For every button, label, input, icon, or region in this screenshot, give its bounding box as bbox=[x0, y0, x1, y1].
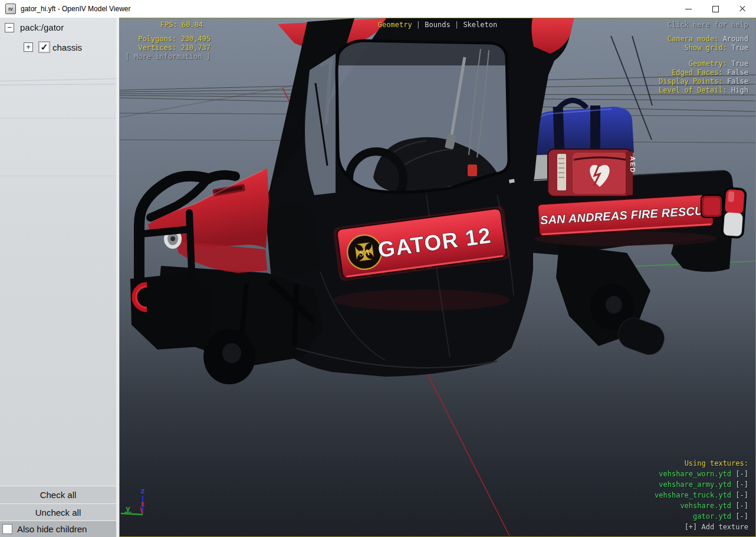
texture-row: vehshare_worn.ytd [-] bbox=[655, 469, 748, 479]
remove-texture-button[interactable]: [-] bbox=[735, 491, 748, 499]
tab-separator: | bbox=[416, 21, 420, 29]
add-texture-button[interactable]: [+] Add texture bbox=[655, 522, 748, 532]
remove-texture-button[interactable]: [-] bbox=[735, 502, 748, 510]
aed-side-label: AED bbox=[629, 156, 636, 173]
window-controls bbox=[675, 0, 756, 18]
texture-row: vehshare.ytd [-] bbox=[655, 500, 748, 511]
also-hide-children-row: Also hide children bbox=[0, 520, 116, 537]
also-hide-children-checkbox[interactable] bbox=[2, 524, 12, 534]
check-all-button[interactable]: Check all bbox=[0, 486, 116, 504]
decal-glow bbox=[333, 289, 510, 311]
grid-bleed-line bbox=[0, 118, 119, 118]
tab-bounds[interactable]: Bounds bbox=[425, 21, 450, 29]
close-button[interactable] bbox=[729, 0, 756, 18]
axis-y-label: y bbox=[126, 504, 130, 513]
tree-chassis-label[interactable]: chassis bbox=[52, 42, 82, 52]
also-hide-children-label: Also hide children bbox=[17, 524, 87, 534]
setting-display-points[interactable]: Display Points: False bbox=[659, 77, 748, 86]
grid-bleed-line bbox=[0, 78, 119, 81]
axis-y-line bbox=[121, 513, 143, 515]
axis-x-label: x bbox=[140, 500, 144, 508]
axis-z-label: z bbox=[140, 486, 145, 495]
cab-ceiling-shadow bbox=[337, 41, 509, 65]
axis-gizmo: z x y bbox=[120, 478, 167, 525]
chassis-checkbox[interactable]: ✓ bbox=[38, 41, 50, 53]
tree-node-root: − pack:/gator bbox=[5, 22, 64, 32]
minimize-icon bbox=[685, 9, 692, 9]
setting-camera-mode[interactable]: Camera mode: Around bbox=[659, 35, 748, 44]
settings-overlay: Click here for help Camera mode: Around … bbox=[659, 21, 748, 95]
badge-initials: SA bbox=[359, 248, 370, 258]
app-icon: IV bbox=[5, 4, 16, 14]
vertex-count: Vertices: 210,737 bbox=[124, 44, 211, 52]
close-icon bbox=[739, 5, 746, 12]
tail-light-inner bbox=[701, 195, 722, 218]
tab-skeleton[interactable]: Skeleton bbox=[463, 21, 497, 29]
texture-name: vehshare_worn.ytd bbox=[659, 470, 731, 478]
textures-title: Using textures: bbox=[655, 458, 748, 469]
texture-name: vehshare_army.ytd bbox=[659, 480, 731, 489]
texture-row: vehshare_army.ytd [-] bbox=[655, 479, 748, 490]
tree-root-label[interactable]: pack:/gator bbox=[20, 22, 64, 32]
texture-name: vehshare_truck.ytd bbox=[655, 491, 731, 499]
setting-level-of-detail[interactable]: Level of Detail: High bbox=[659, 86, 748, 95]
panel-edge bbox=[116, 18, 119, 537]
texture-row: gator.ytd [-] bbox=[655, 511, 748, 522]
remove-texture-button[interactable]: [-] bbox=[735, 512, 748, 520]
polygon-count: Polygons: 230,495 bbox=[124, 35, 211, 44]
help-link[interactable]: Click here for help bbox=[659, 21, 748, 29]
setting-edged-faces[interactable]: Edged Faces: False bbox=[659, 68, 748, 77]
uncheck-all-button[interactable]: Uncheck all bbox=[0, 503, 116, 522]
model-viewport[interactable]: ✠ SA GATOR 12 SAN ANDREAS FIRE RESCUE AE… bbox=[119, 18, 756, 537]
setting-show-grid[interactable]: Show grid: True bbox=[659, 44, 748, 52]
tail-light bbox=[721, 187, 747, 238]
maximize-button[interactable] bbox=[702, 0, 729, 18]
more-information-link[interactable]: [ More information ] bbox=[124, 52, 211, 61]
fire-extinguisher bbox=[468, 164, 477, 176]
tab-geometry[interactable]: Geometry bbox=[378, 21, 412, 29]
maximize-icon bbox=[712, 6, 719, 12]
expand-toggle-icon[interactable]: + bbox=[24, 42, 33, 52]
remove-texture-button[interactable]: [-] bbox=[735, 470, 748, 478]
textures-overlay: Using textures: vehshare_worn.ytd [-] ve… bbox=[655, 458, 748, 532]
title-bar: IV gator_hi.yft - OpenIV Model Viewer bbox=[0, 0, 756, 18]
windshield bbox=[305, 54, 336, 195]
grid-bleed-line bbox=[0, 84, 119, 85]
aed-kit: AED bbox=[548, 149, 636, 196]
minimize-button[interactable] bbox=[675, 0, 702, 18]
tree-node-chassis: + ✓ chassis bbox=[24, 41, 82, 53]
texture-name: gator.ytd bbox=[693, 512, 731, 520]
collapse-toggle-icon[interactable]: − bbox=[5, 23, 14, 32]
setting-geometry[interactable]: Geometry: True bbox=[659, 60, 748, 68]
texture-name: vehshare.ytd bbox=[680, 502, 731, 510]
window-title: gator_hi.yft - OpenIV Model Viewer bbox=[21, 5, 131, 13]
model-tree-panel: − pack:/gator + ✓ chassis Check all Unch… bbox=[0, 18, 119, 537]
texture-row: vehshare_truck.ytd [-] bbox=[655, 490, 748, 500]
remove-texture-button[interactable]: [-] bbox=[735, 480, 748, 489]
cowl-panel bbox=[265, 205, 320, 278]
grid-bleed-line bbox=[0, 176, 119, 176]
